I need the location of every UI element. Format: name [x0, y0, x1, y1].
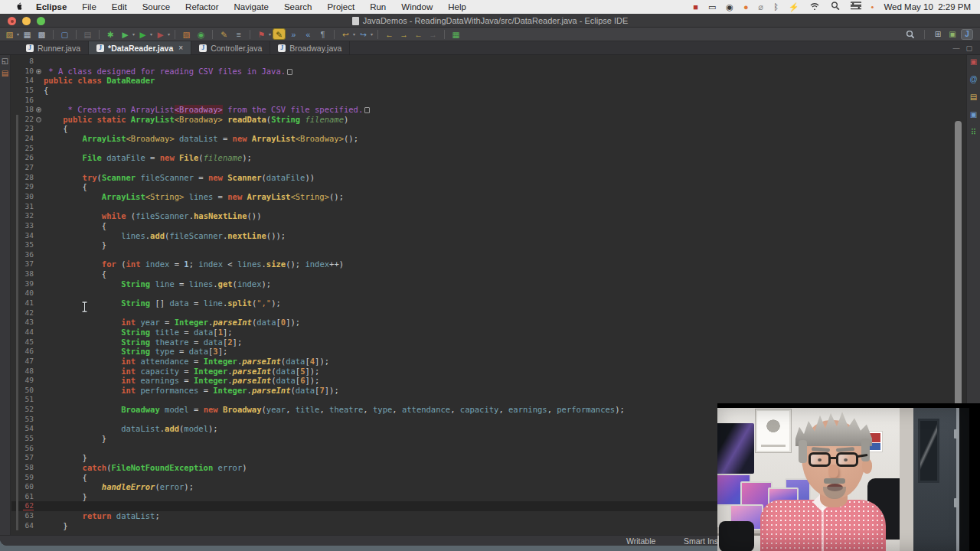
code-line[interactable]: 27: [11, 163, 966, 173]
code-line[interactable]: 32 while (fileScanner.hasNextLine()): [11, 211, 966, 221]
line-number[interactable]: 35: [18, 240, 34, 250]
code-line[interactable]: 43 int year = Integer.parseInt(data[0]);: [11, 318, 966, 328]
line-number[interactable]: 18: [18, 105, 34, 115]
code-line[interactable]: 23 {: [11, 124, 966, 134]
search-icon[interactable]: [903, 28, 916, 40]
back-button[interactable]: ←: [383, 28, 396, 40]
line-number[interactable]: 57: [18, 453, 34, 463]
menu-window[interactable]: Window: [394, 2, 440, 11]
menu-navigate[interactable]: Navigate: [227, 2, 276, 11]
line-number[interactable]: 32: [18, 211, 34, 221]
new-class-button[interactable]: ◉: [194, 28, 207, 40]
line-number[interactable]: 63: [18, 511, 34, 521]
line-number[interactable]: 59: [18, 473, 34, 483]
minimize-view-button[interactable]: —: [952, 44, 959, 52]
line-number[interactable]: 29: [18, 182, 34, 192]
history-back-button[interactable]: ←: [412, 28, 425, 40]
line-number[interactable]: 41: [18, 298, 34, 308]
line-number[interactable]: 64: [18, 521, 34, 531]
line-number[interactable]: 46: [18, 347, 34, 357]
new-java-project-button[interactable]: ▧: [180, 28, 193, 40]
line-number[interactable]: 15: [18, 86, 34, 96]
tab-runnerjava[interactable]: JRunner.java: [18, 41, 89, 54]
line-number[interactable]: 52: [18, 405, 34, 415]
code-line[interactable]: 47 int attendance = Integer.parseInt(dat…: [11, 357, 966, 367]
line-number[interactable]: 25: [18, 144, 34, 154]
tab-controllerjava[interactable]: JController.java: [191, 41, 270, 54]
line-number[interactable]: 50: [18, 386, 34, 396]
code-line[interactable]: 10+ * A class designed for reading CSV f…: [11, 67, 966, 77]
line-number[interactable]: 47: [18, 357, 34, 367]
code-line[interactable]: 30 ArrayList<String> lines = new ArrayLi…: [11, 192, 966, 202]
tab-datareaderjava[interactable]: J*DataReader.java×: [89, 41, 191, 54]
code-line[interactable]: 35 }: [11, 240, 966, 250]
mark-occurrences-button[interactable]: ✎: [273, 28, 286, 40]
code-line[interactable]: 15{: [11, 86, 966, 96]
menu-edit[interactable]: Edit: [104, 2, 135, 11]
wifi-icon[interactable]: [809, 0, 820, 14]
line-number[interactable]: 45: [18, 337, 34, 347]
menu-file[interactable]: File: [74, 2, 104, 11]
menu-clock[interactable]: Wed May 10 2:29 PM: [884, 2, 971, 11]
code-line[interactable]: 25: [11, 144, 966, 154]
fold-marker[interactable]: +: [34, 105, 44, 115]
run-button[interactable]: ▶: [136, 28, 149, 40]
line-number[interactable]: 23: [18, 124, 34, 134]
code-line[interactable]: 38 {: [11, 269, 966, 279]
code-line[interactable]: 28 try(Scanner fileScanner = new Scanner…: [11, 173, 966, 183]
menu-help[interactable]: Help: [440, 2, 474, 11]
line-number[interactable]: 33: [18, 221, 34, 231]
line-number[interactable]: 43: [18, 318, 34, 328]
line-number[interactable]: 58: [18, 463, 34, 473]
fold-marker[interactable]: [34, 115, 44, 125]
line-number[interactable]: 55: [18, 434, 34, 444]
line-number[interactable]: 26: [18, 153, 34, 163]
spotlight-icon[interactable]: [830, 0, 841, 14]
code-line[interactable]: 33 {: [11, 221, 966, 231]
code-line[interactable]: 36: [11, 250, 966, 260]
pin-editor-button[interactable]: ▦: [449, 28, 462, 40]
code-line[interactable]: 48 int capacity = Integer.parseInt(data[…: [11, 367, 966, 377]
line-number[interactable]: 61: [18, 492, 34, 502]
next-edit-location-button[interactable]: ↪: [357, 28, 370, 40]
code-line[interactable]: 18+ * Creates an ArrayList<Broadway> fro…: [11, 105, 966, 115]
menu-eclipse[interactable]: Eclipse: [28, 2, 74, 11]
code-line[interactable]: 40: [11, 289, 966, 298]
line-number[interactable]: 56: [18, 444, 34, 454]
code-line[interactable]: 22 public static ArrayList<Broadway> rea…: [11, 115, 966, 125]
menu-run[interactable]: Run: [362, 2, 394, 11]
bluetooth-icon[interactable]: ᛒ: [773, 0, 779, 14]
fold-collapsed-icon[interactable]: +: [36, 107, 41, 112]
code-line[interactable]: 37 for (int index = 1; index < lines.siz…: [11, 259, 966, 269]
profile-button[interactable]: ▶: [154, 28, 167, 40]
tab-broadwayjava[interactable]: JBroadway.java: [270, 41, 350, 54]
status-dot-icon[interactable]: •: [871, 0, 874, 14]
battery-charging-icon[interactable]: ⚡: [789, 0, 799, 14]
screen-recording-icon[interactable]: ■: [693, 0, 698, 14]
show-whitespace-button[interactable]: ¶: [316, 28, 329, 40]
code-line[interactable]: 41 String [] data = line.split(",");: [11, 298, 966, 308]
line-number[interactable]: 38: [18, 269, 34, 279]
line-number[interactable]: 14: [18, 76, 34, 86]
line-number[interactable]: 48: [18, 367, 34, 377]
code-line[interactable]: 46 String type = data[3];: [11, 347, 966, 357]
code-line[interactable]: 42: [11, 308, 966, 318]
line-number[interactable]: 27: [18, 163, 34, 173]
menu-search[interactable]: Search: [276, 2, 319, 11]
sphere-icon[interactable]: ●: [743, 0, 749, 14]
task-list-icon[interactable]: ▣: [970, 58, 977, 66]
next-annotation-button[interactable]: »: [287, 28, 300, 40]
line-number[interactable]: 31: [18, 202, 34, 212]
new-wizard-button[interactable]: ▨: [3, 28, 16, 40]
terminal-icon[interactable]: ⠿: [971, 129, 976, 136]
line-number[interactable]: 60: [18, 482, 34, 492]
menu-source[interactable]: Source: [135, 2, 178, 11]
code-line[interactable]: 26 File dataFile = new File(filename);: [11, 153, 966, 163]
code-line[interactable]: 39 String line = lines.get(index);: [11, 279, 966, 289]
line-number[interactable]: 24: [18, 134, 34, 144]
fold-marker[interactable]: +: [34, 67, 44, 77]
line-number[interactable]: 40: [18, 289, 34, 298]
line-number[interactable]: 51: [18, 395, 34, 405]
mic-muted-icon[interactable]: ⌀: [759, 0, 764, 14]
line-number[interactable]: 16: [18, 96, 34, 106]
